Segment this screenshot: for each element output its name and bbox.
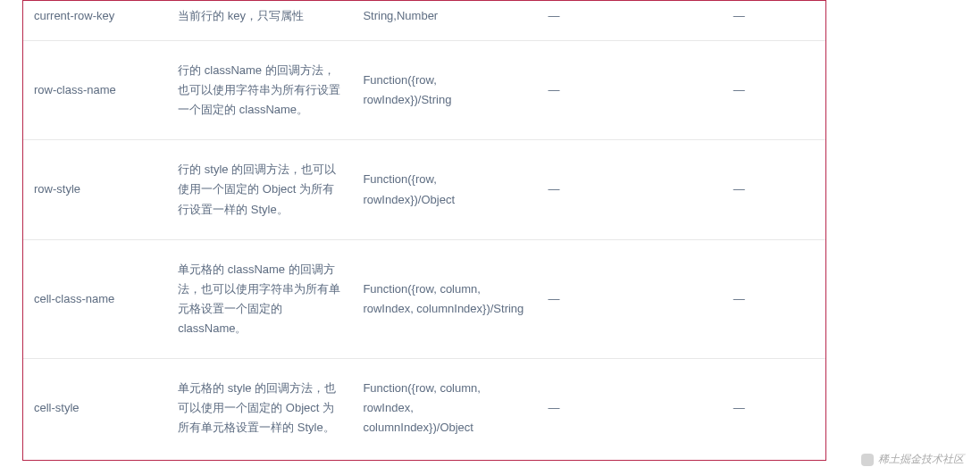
attr-desc: 行的 style 的回调方法，也可以使用一个固定的 Object 为所有行设置一… <box>167 140 352 239</box>
table-row: row-class-name 行的 className 的回调方法，也可以使用字… <box>23 41 825 140</box>
attr-type: Function({row, rowIndex})/String <box>352 41 537 140</box>
attr-default: — <box>733 9 745 22</box>
attr-default: — <box>733 401 745 414</box>
attr-desc: 单元格的 style 的回调方法，也可以使用一个固定的 Object 为所有单元… <box>167 359 352 458</box>
api-attributes-table: current-row-key 当前行的 key，只写属性 String,Num… <box>23 1 825 457</box>
attr-options: — <box>549 182 560 196</box>
attr-name: cell-class-name <box>23 239 167 358</box>
attr-desc: 当前行的 key，只写属性 <box>167 1 352 41</box>
attr-options: — <box>549 292 560 305</box>
attr-default: — <box>733 182 745 196</box>
attr-type: Function({row, column, rowIndex, columnI… <box>352 239 537 358</box>
api-table-container: current-row-key 当前行的 key，只写属性 String,Num… <box>22 0 826 461</box>
attr-desc: 行的 className 的回调方法，也可以使用字符串为所有行设置一个固定的 c… <box>167 41 352 140</box>
attr-type: Function({row, rowIndex})/Object <box>352 140 537 239</box>
attr-options: — <box>549 401 560 414</box>
table-row: cell-class-name 单元格的 className 的回调方法，也可以… <box>23 239 825 358</box>
attr-name: cell-style <box>23 359 167 458</box>
table-row: cell-style 单元格的 style 的回调方法，也可以使用一个固定的 O… <box>23 359 825 458</box>
attr-default: — <box>733 292 745 305</box>
watermark-text: 稀土掘金技术社区 <box>878 453 964 465</box>
attr-options: — <box>549 9 560 22</box>
watermark: 稀土掘金技术社区 <box>861 452 964 467</box>
attr-name: row-class-name <box>23 41 167 140</box>
attr-desc: 单元格的 className 的回调方法，也可以使用字符串为所有单元格设置一个固… <box>167 239 352 358</box>
attr-name: current-row-key <box>23 1 167 41</box>
table-row: current-row-key 当前行的 key，只写属性 String,Num… <box>23 1 825 41</box>
watermark-icon <box>861 454 874 466</box>
attr-name: row-style <box>23 140 167 239</box>
attr-options: — <box>549 83 560 96</box>
attr-type: Function({row, column, rowIndex, columnI… <box>352 359 537 458</box>
attr-type: String,Number <box>352 1 537 41</box>
attr-default: — <box>733 83 745 96</box>
table-row: row-style 行的 style 的回调方法，也可以使用一个固定的 Obje… <box>23 140 825 239</box>
